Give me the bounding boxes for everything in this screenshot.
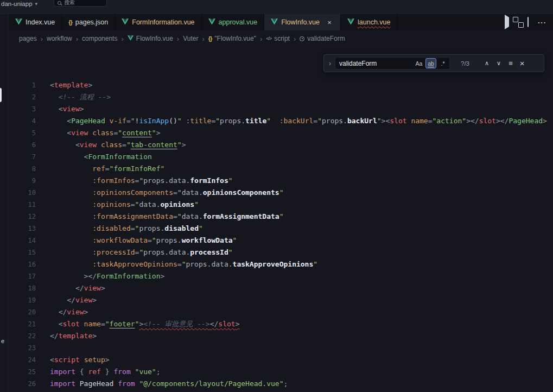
whole-word-toggle[interactable]: ab xyxy=(425,58,436,68)
code-text[interactable]: </view> xyxy=(50,294,97,306)
code-line[interactable]: 7<FormInformation xyxy=(9,151,553,163)
code-text[interactable]: :workflowData="props.workflowData" xyxy=(50,235,237,246)
tab-pages-json[interactable]: {}pages.json xyxy=(62,14,115,30)
line-number[interactable]: 19 xyxy=(9,294,36,306)
next-match-icon[interactable]: ∨ xyxy=(497,60,501,67)
code-line[interactable]: 20</view> xyxy=(9,306,553,318)
code-line[interactable]: 15:processId="props.data.processId" xyxy=(9,246,553,258)
line-number[interactable]: 16 xyxy=(9,258,36,270)
code-line[interactable]: 26import PageHead from "@/components/lay… xyxy=(9,378,553,390)
code-line[interactable]: 8ref="formInfoRef" xyxy=(9,163,553,175)
code-text[interactable]: ref="formInfoRef" xyxy=(50,163,164,175)
line-number[interactable]: 17 xyxy=(9,270,36,282)
code-text[interactable]: </view> xyxy=(50,306,88,318)
find-in-selection-icon[interactable]: ≡ xyxy=(508,59,513,67)
code-text[interactable]: :formInfos="props.data.formInfos" xyxy=(50,175,233,187)
code-line[interactable]: 4<PageHead v-if="!isInApp()" :title="pro… xyxy=(9,115,553,127)
code-line[interactable]: 14:workflowData="props.workflowData" xyxy=(9,235,553,246)
close-tab-icon[interactable]: × xyxy=(325,18,334,27)
line-number[interactable]: 18 xyxy=(9,282,36,294)
breadcrumb-item-script[interactable]: </>script xyxy=(266,35,290,42)
code-text[interactable]: ></FormInformation> xyxy=(50,270,164,282)
line-number[interactable]: 2 xyxy=(9,91,36,103)
line-number[interactable]: 6 xyxy=(9,139,36,151)
code-text[interactable]: <view> xyxy=(50,103,84,115)
tab-index-vue[interactable]: Index.vue xyxy=(9,14,62,30)
code-text[interactable]: <!-- 流程 --> xyxy=(50,91,111,103)
breadcrumb-item-components[interactable]: components xyxy=(82,35,117,42)
code-line[interactable]: 23 xyxy=(9,342,553,354)
code-line[interactable]: 1<template> xyxy=(9,79,553,91)
match-case-toggle[interactable]: Aa xyxy=(414,58,424,68)
breadcrumb-item-workflow[interactable]: workflow xyxy=(47,35,72,42)
code-text[interactable]: <slot name="footer"><!-- 审批意见 --></slot> xyxy=(50,318,239,330)
line-number[interactable]: 7 xyxy=(9,151,36,163)
line-number[interactable]: 12 xyxy=(9,211,36,223)
previous-match-icon[interactable]: ∧ xyxy=(485,60,489,67)
line-number[interactable]: 9 xyxy=(9,175,36,187)
code-line[interactable]: 3<view> xyxy=(9,103,553,115)
line-number[interactable]: 8 xyxy=(9,163,36,175)
tab-forminformation-vue[interactable]: FormInformation.vue xyxy=(115,14,201,30)
line-number[interactable]: 21 xyxy=(9,318,36,330)
code-line[interactable]: 24<script setup> xyxy=(9,354,553,366)
code-text[interactable]: </template> xyxy=(50,330,97,342)
code-text[interactable]: <template> xyxy=(50,79,92,91)
code-text[interactable]: import PageHead from "@/components/layou… xyxy=(50,378,288,390)
code-line[interactable]: 11:opinions="data.opinions" xyxy=(9,199,553,211)
code-line[interactable]: 17></FormInformation> xyxy=(9,270,553,282)
breadcrumb-item--flowinfo-vue-[interactable]: {}"FlowInfo.vue" xyxy=(208,35,256,42)
code-text[interactable]: :taskApproveOpinions="props.data.taskApp… xyxy=(50,258,317,270)
breadcrumb-item-validateform[interactable]: validateForm xyxy=(300,35,345,42)
code-text[interactable]: :processId="props.data.processId" xyxy=(50,246,233,258)
editor-pane[interactable]: 1<template>2<!-- 流程 -->3<view>4<PageHead… xyxy=(9,47,553,392)
code-text[interactable]: <view class="content"> xyxy=(50,127,161,139)
line-number[interactable]: 25 xyxy=(9,366,36,378)
run-icon[interactable] xyxy=(505,17,509,27)
code-text[interactable]: :formAssignmentData="data.formAssignment… xyxy=(50,211,284,223)
line-number[interactable]: 20 xyxy=(9,306,36,318)
line-number[interactable]: 10 xyxy=(9,187,36,199)
code-line[interactable]: 21<slot name="footer"><!-- 审批意见 --></slo… xyxy=(9,318,553,330)
line-number[interactable]: 4 xyxy=(9,115,36,127)
code-line[interactable]: 18</view> xyxy=(9,282,553,294)
breadcrumb-item-flowinfo-vue[interactable]: FlowInfo.vue xyxy=(128,35,173,42)
split-editor-icon[interactable] xyxy=(527,17,529,27)
code-text[interactable]: <script setup> xyxy=(50,354,110,366)
command-center-search[interactable]: 搜索 xyxy=(54,0,107,7)
line-number[interactable]: 22 xyxy=(9,330,36,342)
code-line[interactable]: 9:formInfos="props.data.formInfos" xyxy=(9,175,553,187)
line-number[interactable]: 3 xyxy=(9,103,36,115)
code-line[interactable]: 16:taskApproveOpinions="props.data.taskA… xyxy=(9,258,553,270)
find-input-box[interactable]: Aaab.* xyxy=(335,57,450,69)
code-line[interactable]: 10:opinionsComponents="data.opinionsComp… xyxy=(9,187,553,199)
more-actions-icon[interactable]: ··· xyxy=(538,17,546,27)
tab-launch-vue[interactable]: launch.vue xyxy=(341,14,397,30)
code-line[interactable]: 2<!-- 流程 --> xyxy=(9,91,553,103)
code-line[interactable]: 12:formAssignmentData="data.formAssignme… xyxy=(9,211,553,223)
code-text[interactable]: <view class="tab-content"> xyxy=(50,139,186,151)
line-number[interactable]: 15 xyxy=(9,246,36,258)
toggle-replace-icon[interactable]: › xyxy=(326,60,334,67)
line-number[interactable]: 11 xyxy=(9,199,36,211)
tab-approval-vue[interactable]: approval.vue xyxy=(202,14,265,30)
find-input[interactable] xyxy=(339,60,402,67)
line-number[interactable]: 26 xyxy=(9,378,36,390)
code-line[interactable]: 13:disabled="props.disabled" xyxy=(9,223,553,235)
tab-flowinfo-vue[interactable]: FlowInfo.vue× xyxy=(264,14,341,30)
line-number[interactable]: 14 xyxy=(9,235,36,246)
code-line[interactable]: 25import { ref } from "vue"; xyxy=(9,366,553,378)
code-text[interactable]: </view> xyxy=(50,282,105,294)
code-line[interactable]: 6<view class="tab-content"> xyxy=(9,139,553,151)
line-number[interactable]: 5 xyxy=(9,127,36,139)
line-number[interactable]: 24 xyxy=(9,354,36,366)
workspace-menu[interactable]: dan-uniapp ▾ xyxy=(1,0,37,8)
breadcrumb-item-vuter[interactable]: Vuter xyxy=(183,35,198,42)
code-text[interactable]: import { ref } from "vue"; xyxy=(50,366,161,378)
regex-toggle[interactable]: .* xyxy=(437,58,448,68)
code-text[interactable]: :disabled="props.disabled" xyxy=(50,223,203,235)
breadcrumb-item-pages[interactable]: pages xyxy=(19,35,37,42)
code-text[interactable]: <PageHead v-if="!isInApp()" :title="prop… xyxy=(50,115,547,127)
code-text[interactable]: <FormInformation xyxy=(50,151,152,163)
line-number[interactable]: 13 xyxy=(9,223,36,235)
